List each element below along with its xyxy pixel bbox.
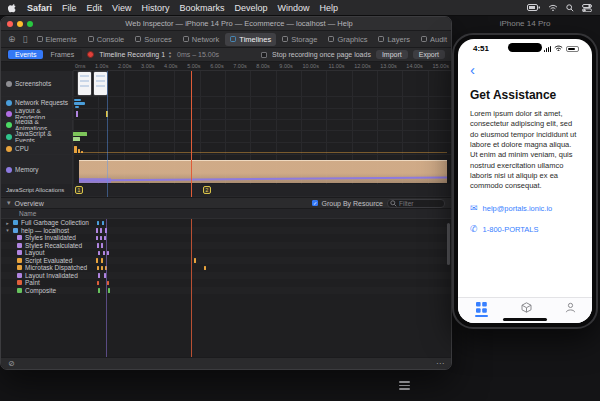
window-title: Web Inspector — iPhone 14 Pro — Ecommerc… xyxy=(33,19,445,28)
import-button[interactable]: Import xyxy=(376,50,408,59)
export-button[interactable]: Export xyxy=(413,50,445,59)
tab-timelines[interactable]: Timelines xyxy=(225,33,276,46)
record-button[interactable] xyxy=(87,51,94,58)
current-time-marker[interactable] xyxy=(191,71,192,197)
screenshot-thumbnail[interactable] xyxy=(78,72,91,95)
garbage-collection-icon xyxy=(13,220,18,225)
phone-link[interactable]: ✆ 1-800-PORTALS xyxy=(470,225,580,234)
tab-apps[interactable] xyxy=(475,302,488,317)
table-row[interactable]: Microtask Dispatched xyxy=(1,264,451,272)
layout-invalidated-icon xyxy=(17,273,22,278)
clear-icon[interactable]: ⊘ xyxy=(8,359,15,368)
recording-picker[interactable]: Timeline Recording 1 ▲▼ xyxy=(99,51,172,58)
name-column-header[interactable]: Name xyxy=(19,210,36,217)
menu-item-bookmarks[interactable]: Bookmarks xyxy=(179,3,224,13)
table-header[interactable]: Name xyxy=(1,209,451,219)
menu-item-window[interactable]: Window xyxy=(277,3,309,13)
media-track[interactable] xyxy=(73,120,451,130)
instrument-row-javascript[interactable]: JavaScript & Events xyxy=(1,131,451,143)
table-row[interactable]: Layout Invalidated xyxy=(1,272,451,280)
menu-item-safari[interactable]: Safari xyxy=(27,3,52,13)
cpu-track[interactable] xyxy=(73,143,451,154)
tab-storage[interactable]: Storage xyxy=(277,33,322,46)
home-indicator[interactable] xyxy=(503,318,547,321)
person-icon xyxy=(565,302,576,313)
table-row[interactable]: Layout xyxy=(1,249,451,257)
group-by-resource-checkbox[interactable] xyxy=(312,200,318,206)
media-animations-icon xyxy=(6,122,12,128)
mail-icon: ✉ xyxy=(470,204,478,213)
window-title-bar[interactable]: Web Inspector — iPhone 14 Pro — Ecommerc… xyxy=(1,17,451,31)
tab-audit[interactable]: Audit xyxy=(416,33,452,46)
table-row[interactable]: Styles Recalculated xyxy=(1,242,451,250)
screenshot-thumbnail[interactable] xyxy=(94,72,107,95)
tab-account[interactable] xyxy=(565,302,576,313)
minimize-window-button[interactable] xyxy=(17,21,23,27)
chevron-right-icon[interactable]: ▸ xyxy=(5,220,10,226)
macos-menu-bar: Safari File Edit View History Bookmarks … xyxy=(0,0,600,16)
screenshots-track[interactable] xyxy=(73,71,451,96)
stop-recording-checkbox[interactable] xyxy=(261,52,267,58)
back-button[interactable]: ‹ xyxy=(470,65,475,74)
javascript-track[interactable] xyxy=(73,131,451,142)
instrument-row-layout[interactable]: Layout & Rendering xyxy=(1,109,451,120)
more-options-icon[interactable]: ⋯ xyxy=(436,359,444,368)
desktop-list-icon xyxy=(399,381,410,390)
table-row[interactable]: Paint xyxy=(1,279,451,287)
inspect-element-icon[interactable]: ⊕ xyxy=(5,35,19,44)
menu-item-view[interactable]: View xyxy=(112,3,131,13)
grid-icon xyxy=(476,302,487,313)
email-link[interactable]: ✉ help@portals.ionic.io xyxy=(470,204,580,213)
control-center-icon[interactable] xyxy=(582,4,592,12)
events-segment[interactable]: Events xyxy=(8,50,43,59)
apple-menu-icon[interactable] xyxy=(8,3,17,13)
table-row[interactable]: ▸ Full Garbage Collection xyxy=(1,219,451,227)
device-icon[interactable]: ▯ xyxy=(20,35,31,44)
layout-rendering-icon xyxy=(6,111,12,117)
instrument-row-memory[interactable]: Memory xyxy=(1,155,451,185)
graphics-icon xyxy=(328,36,334,42)
frames-segment[interactable]: Frames xyxy=(43,50,81,59)
instrument-row-cpu[interactable]: CPU xyxy=(1,143,451,155)
menu-item-file[interactable]: File xyxy=(62,3,77,13)
instrument-row-screenshots[interactable]: Screenshots xyxy=(1,71,451,97)
tab-elements[interactable]: Elements xyxy=(32,33,82,46)
js-allocations-track[interactable]: 1 2 xyxy=(73,184,451,196)
tab-products[interactable] xyxy=(521,302,532,313)
recording-stepper-icon[interactable]: ▲▼ xyxy=(168,51,172,58)
tab-layers[interactable]: Layers xyxy=(373,33,415,46)
instrument-row-media[interactable]: Media & Animations xyxy=(1,120,451,131)
menu-item-history[interactable]: History xyxy=(141,3,169,13)
table-row[interactable]: Script Evaluated xyxy=(1,257,451,265)
table-row[interactable]: ▾ help — localhost xyxy=(1,227,451,235)
chevron-down-icon[interactable]: ▾ xyxy=(5,227,10,233)
menu-item-edit[interactable]: Edit xyxy=(87,3,103,13)
overview-disclosure-icon[interactable]: ▾ xyxy=(7,199,11,207)
heap-snapshot-badge[interactable]: 2 xyxy=(203,186,211,194)
tab-sources[interactable]: Sources xyxy=(130,33,177,46)
vertical-scrollbar[interactable] xyxy=(447,223,450,265)
storage-icon xyxy=(282,36,288,42)
table-row[interactable]: Styles Invalidated xyxy=(1,234,451,242)
close-window-button[interactable] xyxy=(7,21,13,27)
network-track[interactable] xyxy=(73,97,451,108)
tab-graphics[interactable]: Graphics xyxy=(323,33,372,46)
layout-track[interactable] xyxy=(73,109,451,119)
events-table[interactable]: ▸ Full Garbage Collection ▾ help — local… xyxy=(1,219,451,357)
body-text: Lorem ipsum dolor sit amet, consectetur … xyxy=(470,109,580,192)
tab-console[interactable]: Console xyxy=(83,33,130,46)
heap-snapshot-badge[interactable]: 1 xyxy=(75,186,83,194)
js-allocations-row[interactable]: JavaScript Allocations 1 2 xyxy=(1,184,451,197)
tab-network[interactable]: Network xyxy=(178,33,225,46)
menu-item-help[interactable]: Help xyxy=(319,3,338,13)
cellular-signal-icon xyxy=(544,46,552,52)
table-row[interactable]: Composite xyxy=(1,287,451,295)
instrument-row-network[interactable]: Network Requests xyxy=(1,97,451,109)
menu-item-develop[interactable]: Develop xyxy=(234,3,267,13)
memory-track[interactable] xyxy=(73,155,451,184)
events-frames-segmented-control: Events Frames xyxy=(7,49,82,60)
search-icon[interactable] xyxy=(566,4,574,12)
phone-screen: 4:51 ‹ Get Assistance Lorem ipsum dolor … xyxy=(458,39,592,323)
timeline-overview-graphs[interactable]: 0ms1.00s2.00s3.00s4.00s5.00s6.00s7.00s8.… xyxy=(1,62,451,197)
time-ruler[interactable]: 0ms1.00s2.00s3.00s4.00s5.00s6.00s7.00s8.… xyxy=(73,62,451,71)
